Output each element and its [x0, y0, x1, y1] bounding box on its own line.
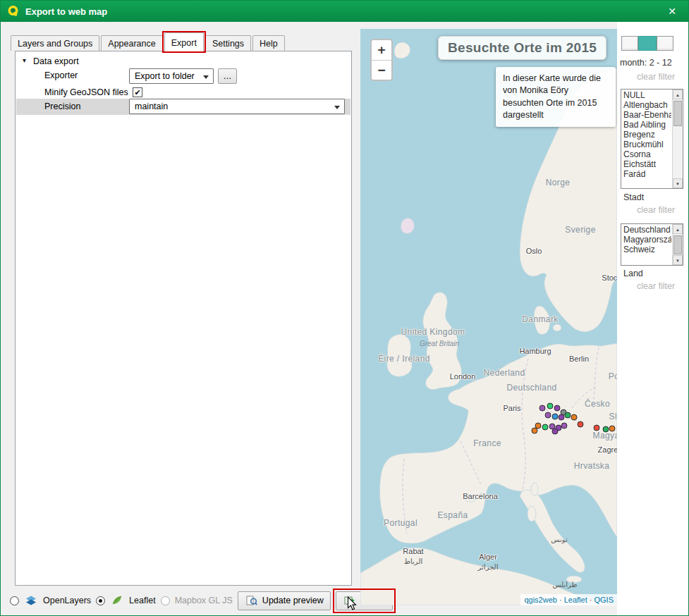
zoom-in-button[interactable]: + — [372, 40, 391, 60]
collapse-arrow-icon[interactable]: ▾ — [23, 56, 26, 64]
month-range-slider[interactable] — [621, 36, 673, 51]
exporter-combobox[interactable]: Export to folder — [129, 68, 214, 84]
minify-label: Minify GeoJSON files — [44, 87, 128, 97]
exporter-row: Exporter Export to folder … — [16, 68, 350, 85]
qgis-logo-icon — [7, 5, 20, 18]
info-line: dargestellt — [503, 109, 609, 121]
month-range-label: month: 2 - 12 — [620, 58, 672, 68]
clear-filter-stadt-link[interactable]: clear filter — [637, 205, 675, 215]
tab-appearance[interactable]: Appearance — [101, 35, 162, 51]
minify-row: Minify GeoJSON files ✔ — [16, 86, 350, 100]
info-line: besuchten Orte im 2015 — [503, 97, 609, 109]
export-icon — [344, 595, 355, 606]
close-button[interactable]: ✕ — [656, 1, 688, 22]
list-item[interactable]: Bad Aibling — [623, 120, 671, 130]
exporter-label: Exporter — [44, 70, 78, 80]
data-export-group-label: Data export — [33, 56, 79, 66]
list-item[interactable]: NULL — [623, 90, 671, 100]
leaflet-icon — [111, 595, 123, 606]
list-item[interactable]: Baar-Ebenhausen — [623, 110, 671, 120]
scroll-down-icon[interactable]: ▼ — [673, 178, 683, 188]
precision-combobox[interactable]: maintain — [129, 99, 345, 114]
export-to-web-map-dialog: Export to web map ✕ Layers and Groups Ap… — [0, 0, 689, 616]
stadt-filter-listbox[interactable]: NULLAltlengbachBaar-EbenhausenBad Aiblin… — [621, 89, 683, 189]
scrollbar[interactable]: ▲ ▼ — [672, 90, 683, 188]
list-item[interactable]: Bregenz — [623, 130, 671, 140]
stadt-filter-label: Stadt — [623, 192, 644, 202]
tabbar: Layers and Groups Appearance Export Sett… — [11, 32, 286, 51]
list-item[interactable]: Farád — [623, 169, 671, 179]
precision-combobox-value: maintain — [135, 101, 168, 111]
openlayers-icon — [25, 595, 37, 606]
list-item[interactable]: Deutschland — [623, 225, 671, 235]
zoom-out-button[interactable]: − — [372, 60, 391, 80]
radio-label-mapbox-gl-js[interactable]: Mapbox GL JS — [175, 596, 233, 605]
tree-group-data-export[interactable]: ▾ Data export — [16, 55, 350, 69]
precision-label: Precision — [44, 101, 80, 111]
clear-filter-land-link[interactable]: clear filter — [637, 281, 675, 291]
filter-sidebar: month: 2 - 12 clear filter NULLAltlengba… — [617, 22, 689, 616]
list-item[interactable]: Bruckmühl — [623, 140, 671, 149]
map-title-overlay: Besuchte Orte im 2015 — [438, 36, 606, 60]
slider-handle-left[interactable] — [621, 36, 638, 51]
titlebar[interactable]: Export to web map ✕ — [1, 1, 688, 22]
radio-openlayers[interactable] — [10, 596, 19, 605]
attribution-link-qgis[interactable]: QGIS — [594, 596, 614, 604]
list-item[interactable]: Schweiz — [623, 245, 671, 254]
map-info-box: In dieser Karte wurde die von Monika Eör… — [496, 67, 616, 127]
list-item[interactable]: Altlengbach — [623, 100, 671, 110]
map-attribution: qgis2web · Leaflet · QGIS — [520, 594, 617, 605]
update-preview-button[interactable]: Update preview — [238, 591, 331, 610]
scrollbar-thumb[interactable] — [673, 101, 682, 126]
attribution-link-leaflet[interactable]: Leaflet — [564, 596, 587, 604]
list-item[interactable]: Csorna — [623, 149, 671, 159]
list-item[interactable]: Magyarország — [623, 235, 671, 245]
tab-export-label: Export — [171, 38, 197, 48]
scroll-up-icon[interactable]: ▲ — [673, 224, 683, 234]
list-item[interactable]: Eichstätt — [623, 159, 671, 169]
tab-export[interactable]: Export — [164, 32, 204, 51]
slider-selected-range[interactable] — [638, 36, 657, 51]
attribution-separator: · — [557, 596, 564, 604]
footer-bar: OpenLayers Leaflet Mapbox GL JS Update p… — [10, 589, 393, 612]
update-preview-label: Update preview — [262, 596, 324, 605]
radio-label-leaflet[interactable]: Leaflet — [129, 596, 156, 605]
export-settings-panel: ▾ Data export Exporter Export to folder … — [15, 51, 352, 586]
browse-folder-button[interactable]: … — [218, 68, 237, 84]
tab-layers-and-groups[interactable]: Layers and Groups — [11, 35, 99, 51]
stadt-filter-items: NULLAltlengbachBaar-EbenhausenBad Aiblin… — [621, 90, 671, 188]
land-filter-items: DeutschlandMagyarországSchweiz — [621, 225, 671, 265]
info-line: von Monika Eöry — [503, 85, 609, 97]
radio-leaflet[interactable] — [96, 596, 105, 605]
attribution-link-qgis2web[interactable]: qgis2web — [524, 596, 556, 604]
slider-handle-right[interactable] — [657, 36, 673, 51]
info-line: In dieser Karte wurde die — [503, 73, 609, 85]
tab-settings[interactable]: Settings — [205, 35, 251, 51]
tab-help[interactable]: Help — [252, 35, 285, 51]
chevron-down-icon — [203, 75, 209, 79]
chevron-down-icon — [334, 106, 340, 109]
land-filter-listbox[interactable]: DeutschlandMagyarországSchweiz ▲ ▼ — [621, 223, 683, 266]
minify-checkbox[interactable]: ✔ — [133, 87, 142, 97]
preview-icon — [246, 595, 257, 606]
scrollbar[interactable]: ▲ ▼ — [672, 224, 683, 265]
scroll-down-icon[interactable]: ▼ — [673, 255, 683, 265]
radio-mapbox-gl-js[interactable] — [161, 596, 170, 605]
land-filter-label: Land — [623, 269, 643, 278]
clear-filter-month-link[interactable]: clear filter — [637, 72, 675, 82]
exporter-combobox-value: Export to folder — [135, 71, 195, 81]
precision-row: Precision maintain — [16, 99, 350, 115]
checkmark-icon: ✔ — [134, 88, 140, 97]
scrollbar-thumb[interactable] — [673, 235, 682, 254]
window-title: Export to web map — [25, 6, 107, 17]
close-icon: ✕ — [668, 6, 676, 17]
map-preview[interactable]: NorgeSverigeOsloStockholmDanmarkHamburgB… — [360, 29, 617, 605]
scroll-up-icon[interactable]: ▲ — [673, 90, 683, 99]
zoom-control: + − — [370, 39, 393, 81]
radio-label-openlayers[interactable]: OpenLayers — [43, 596, 91, 605]
